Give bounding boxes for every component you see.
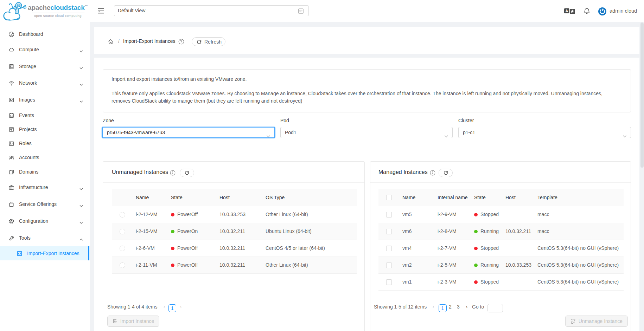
svg-text:A: A [565,9,568,13]
